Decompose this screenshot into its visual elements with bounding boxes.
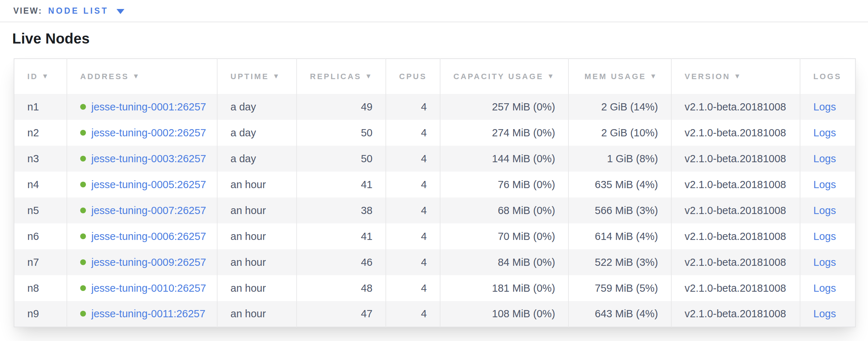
version-cell: v2.1.0-beta.20181008 [671, 146, 800, 172]
capacity-cell: 108 MiB (0%) [440, 301, 568, 327]
column-header-label: VERSION [685, 72, 730, 81]
mem-cell: 522 MiB (3%) [568, 249, 671, 275]
live-status-dot-icon [80, 104, 86, 110]
version-cell: v2.1.0-beta.20181008 [671, 94, 800, 120]
replicas-cell: 48 [297, 275, 386, 301]
id-cell: n8 [14, 275, 67, 301]
id-cell: n9 [14, 301, 67, 327]
version-cell: v2.1.0-beta.20181008 [671, 197, 800, 223]
live-status-dot-icon [80, 233, 86, 239]
uptime-cell: an hour [217, 301, 297, 327]
replicas-cell: 47 [297, 301, 386, 327]
live-nodes-table-container: ID▼ADDRESS▼UPTIME▼REPLICAS▼CPUSCAPACITY … [14, 58, 855, 327]
live-status-dot-icon [80, 208, 86, 213]
uptime-cell: an hour [217, 275, 297, 301]
column-header-capacity[interactable]: CAPACITY USAGE▼ [440, 59, 568, 94]
view-label: VIEW: [13, 6, 42, 16]
replicas-cell: 50 [297, 146, 386, 172]
table-header: ID▼ADDRESS▼UPTIME▼REPLICAS▼CPUSCAPACITY … [14, 59, 855, 94]
address-link[interactable]: jesse-tuning-0002:26257 [91, 127, 206, 138]
live-status-dot-icon [80, 182, 86, 187]
mem-cell: 643 MiB (4%) [568, 301, 671, 327]
address-link[interactable]: jesse-tuning-0011:26257 [91, 308, 205, 319]
cpus-cell: 4 [386, 120, 440, 146]
column-header-mem[interactable]: MEM USAGE▼ [568, 59, 671, 94]
address-link[interactable]: jesse-tuning-0009:26257 [91, 256, 206, 268]
logs-link[interactable]: Logs [813, 205, 836, 216]
live-nodes-table: ID▼ADDRESS▼UPTIME▼REPLICAS▼CPUSCAPACITY … [14, 58, 856, 327]
table-row: n2jesse-tuning-0002:26257a day504274 MiB… [14, 120, 855, 146]
uptime-cell: an hour [217, 197, 297, 223]
logs-link[interactable]: Logs [813, 256, 836, 268]
capacity-cell: 68 MiB (0%) [440, 197, 568, 223]
logs-link[interactable]: Logs [813, 127, 836, 138]
logs-cell: Logs [800, 120, 855, 146]
sort-arrow-icon: ▼ [133, 72, 141, 80]
sort-arrow-icon: ▼ [734, 72, 742, 80]
live-status-dot-icon [80, 156, 86, 162]
cpus-cell: 4 [386, 249, 440, 275]
version-cell: v2.1.0-beta.20181008 [671, 172, 800, 197]
logs-link[interactable]: Logs [813, 179, 836, 190]
address-cell: jesse-tuning-0002:26257 [67, 120, 217, 146]
replicas-cell: 49 [297, 94, 386, 120]
table-row: n7jesse-tuning-0009:26257an hour46484 Mi… [14, 249, 855, 275]
uptime-cell: an hour [217, 249, 297, 275]
cpus-cell: 4 [386, 223, 440, 249]
logs-link[interactable]: Logs [813, 231, 836, 242]
address-link[interactable]: jesse-tuning-0006:26257 [91, 231, 206, 242]
mem-cell: 614 MiB (4%) [568, 223, 671, 249]
live-status-dot-icon [80, 259, 86, 265]
column-header-replicas[interactable]: REPLICAS▼ [297, 59, 386, 94]
version-cell: v2.1.0-beta.20181008 [671, 275, 800, 301]
logs-cell: Logs [800, 223, 855, 249]
logs-link[interactable]: Logs [813, 282, 836, 294]
live-status-dot-icon [80, 130, 86, 136]
sort-arrow-icon: ▼ [650, 72, 658, 80]
column-header-version[interactable]: VERSION▼ [671, 59, 800, 94]
uptime-cell: an hour [217, 223, 297, 249]
cpus-cell: 4 [386, 275, 440, 301]
column-header-label: MEM USAGE [585, 72, 647, 81]
table-row: n3jesse-tuning-0003:26257a day504144 MiB… [14, 146, 855, 172]
logs-link[interactable]: Logs [813, 101, 836, 113]
replicas-cell: 50 [297, 120, 386, 146]
column-header-uptime[interactable]: UPTIME▼ [217, 59, 297, 94]
address-cell: jesse-tuning-0005:26257 [67, 172, 217, 197]
mem-cell: 759 MiB (5%) [568, 275, 671, 301]
column-header-id[interactable]: ID▼ [14, 59, 67, 94]
column-header-address[interactable]: ADDRESS▼ [67, 59, 217, 94]
column-header-cpus: CPUS [386, 59, 440, 94]
address-link[interactable]: jesse-tuning-0003:26257 [91, 153, 206, 164]
logs-link[interactable]: Logs [813, 153, 836, 164]
table-row: n5jesse-tuning-0007:26257an hour38468 Mi… [14, 197, 855, 223]
uptime-cell: a day [217, 146, 297, 172]
address-link[interactable]: jesse-tuning-0007:26257 [91, 205, 206, 216]
table-row: n1jesse-tuning-0001:26257a day494257 MiB… [14, 94, 855, 120]
sort-arrow-icon: ▼ [273, 72, 281, 80]
id-cell: n5 [14, 197, 67, 223]
capacity-cell: 84 MiB (0%) [440, 249, 568, 275]
address-cell: jesse-tuning-0010:26257 [67, 275, 217, 301]
address-link[interactable]: jesse-tuning-0005:26257 [91, 179, 206, 190]
address-link[interactable]: jesse-tuning-0001:26257 [91, 101, 206, 113]
logs-cell: Logs [800, 249, 855, 275]
address-link[interactable]: jesse-tuning-0010:26257 [91, 282, 206, 294]
version-cell: v2.1.0-beta.20181008 [671, 301, 800, 327]
capacity-cell: 274 MiB (0%) [440, 120, 568, 146]
cpus-cell: 4 [386, 94, 440, 120]
view-selector-dropdown[interactable]: NODE LIST [48, 6, 124, 16]
column-header-label: CAPACITY USAGE [453, 72, 544, 81]
capacity-cell: 181 MiB (0%) [440, 275, 568, 301]
capacity-cell: 144 MiB (0%) [440, 146, 568, 172]
address-cell: jesse-tuning-0007:26257 [67, 197, 217, 223]
uptime-cell: a day [217, 94, 297, 120]
version-cell: v2.1.0-beta.20181008 [671, 223, 800, 249]
logs-cell: Logs [800, 172, 855, 197]
logs-link[interactable]: Logs [813, 308, 836, 319]
uptime-cell: an hour [217, 172, 297, 197]
column-header-label: REPLICAS [310, 72, 361, 81]
id-cell: n3 [14, 146, 67, 172]
column-header-label: ADDRESS [80, 72, 129, 81]
logs-cell: Logs [800, 197, 855, 223]
